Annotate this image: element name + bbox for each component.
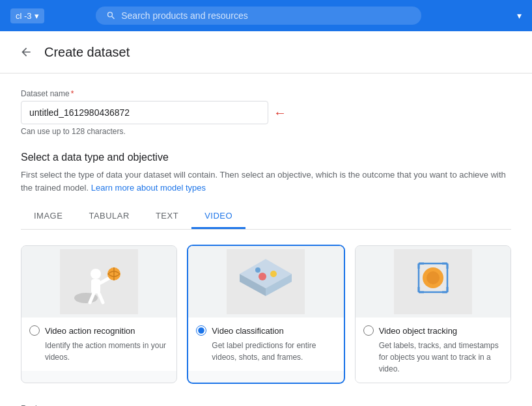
search-bar: [96, 7, 421, 25]
top-nav: cl -3 ▾ ▾: [0, 0, 532, 31]
card-action-recognition-image: [21, 246, 176, 318]
card-object-tracking-body: Video object tracking Get labels, tracks…: [356, 318, 511, 383]
project-name: cl -3: [16, 11, 32, 21]
svg-point-13: [259, 273, 266, 280]
svg-point-15: [255, 267, 260, 273]
card-classification-title: Video classification: [212, 326, 283, 336]
dataset-name-input[interactable]: [21, 101, 268, 124]
back-button[interactable]: [16, 42, 36, 62]
learn-more-model-types-link[interactable]: Learn more about model types: [91, 183, 206, 193]
nav-logo-area: cl -3 ▾: [10, 8, 44, 23]
tab-text[interactable]: TEXT: [143, 204, 191, 229]
dataset-name-label: Dataset name *: [21, 89, 511, 98]
card-object-tracking-title: Video object tracking: [379, 326, 457, 336]
card-object-tracking-radio-row: Video object tracking: [363, 325, 503, 336]
tab-video[interactable]: VIDEO: [191, 204, 245, 229]
section-heading: Select a data type and objective: [21, 152, 511, 163]
radio-classification[interactable]: [196, 325, 206, 336]
objective-cards: Video action recognition Identify the ac…: [21, 245, 511, 383]
card-action-recognition[interactable]: Video action recognition Identify the ac…: [21, 245, 177, 383]
section-description: First select the type of data your datas…: [21, 169, 511, 194]
svg-point-27: [427, 271, 440, 284]
page-title: Create dataset: [44, 45, 130, 60]
svg-point-14: [270, 271, 277, 277]
radio-action-recognition[interactable]: [29, 325, 40, 336]
main-content: Dataset name * ← Can use up to 128 chara…: [0, 74, 532, 406]
card-object-tracking-image: [356, 246, 511, 318]
red-arrow-indicator: ←: [273, 105, 287, 120]
page-header: Create dataset: [0, 31, 532, 74]
dataset-name-hint: Can use up to 128 characters.: [21, 127, 511, 136]
card-object-tracking-desc: Get labels, tracks, and timestamps for o…: [379, 340, 503, 375]
radio-object-tracking[interactable]: [363, 325, 374, 336]
card-classification-radio-row: Video classification: [196, 325, 335, 336]
card-classification[interactable]: Video classification Get label predictio…: [188, 245, 344, 383]
card-action-recognition-body: Video action recognition Identify the ac…: [21, 318, 176, 371]
card-action-recognition-radio-row: Video action recognition: [29, 325, 169, 336]
svg-point-2: [91, 269, 101, 279]
card-action-recognition-title: Video action recognition: [45, 326, 135, 336]
tab-image[interactable]: IMAGE: [21, 204, 76, 229]
card-classification-desc: Get label predictions for entire videos,…: [212, 340, 335, 363]
search-input[interactable]: [121, 10, 411, 21]
data-type-tabs: IMAGE TABULAR TEXT VIDEO: [21, 204, 511, 230]
nav-more[interactable]: ▾: [517, 10, 522, 21]
card-classification-image: [188, 246, 343, 318]
search-icon: [106, 10, 116, 21]
project-dropdown-icon: ▾: [35, 11, 39, 21]
svg-rect-3: [91, 279, 100, 293]
tab-tabular[interactable]: TABULAR: [76, 204, 143, 229]
card-action-recognition-desc: Identify the action moments in your vide…: [45, 340, 169, 363]
card-classification-body: Video classification Get label predictio…: [188, 318, 343, 371]
card-object-tracking[interactable]: Video object tracking Get labels, tracks…: [355, 245, 511, 383]
project-chip[interactable]: cl -3 ▾: [10, 8, 44, 23]
dataset-name-group: Dataset name * ← Can use up to 128 chara…: [21, 89, 511, 136]
